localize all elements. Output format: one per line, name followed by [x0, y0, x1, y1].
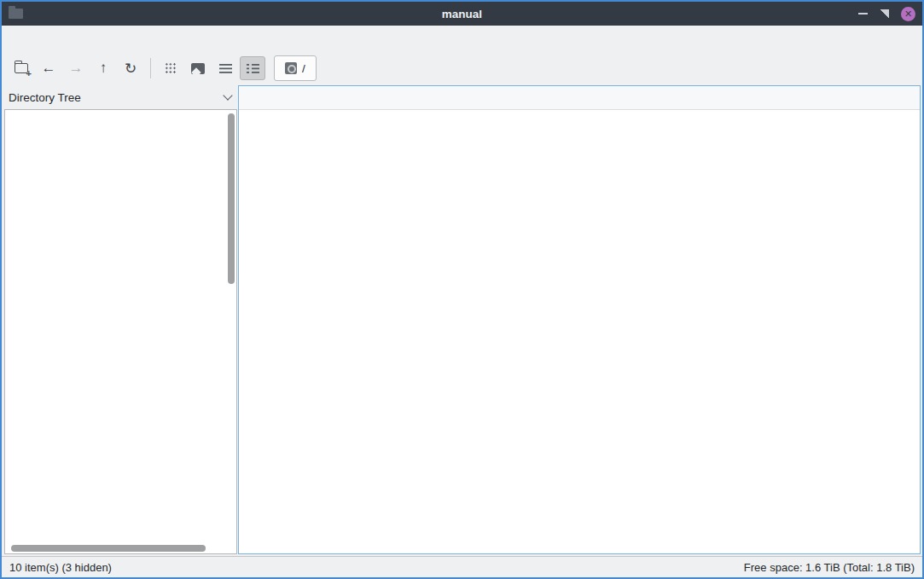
column-headers [239, 86, 920, 110]
up-button[interactable]: ↑ [90, 56, 116, 80]
maximize-button-icon[interactable] [880, 9, 889, 19]
sidebar-header-label: Directory Tree [9, 91, 81, 104]
statusbar: 10 item(s) (3 hidden) Free space: 1.6 Ti… [2, 556, 922, 577]
icon-view-button[interactable] [158, 56, 183, 80]
back-button[interactable]: ← [36, 56, 61, 80]
free-space: Free space: 1.6 TiB (Total: 1.8 TiB) [744, 561, 915, 574]
detailed-list-view-button[interactable] [240, 56, 265, 80]
icon-view-icon [165, 62, 177, 74]
menubar [2, 26, 922, 51]
thumbnail-view-icon [191, 63, 205, 74]
compact-view-icon [219, 64, 232, 73]
file-list-panel [238, 85, 921, 554]
window-app-folder-icon [9, 9, 23, 19]
thumbnail-view-button[interactable] [185, 56, 211, 80]
new-tab-button[interactable] [9, 56, 34, 80]
path-bar: / [274, 55, 317, 81]
toolbar: ← → ↑ ↻ / [2, 51, 922, 85]
compact-view-button[interactable] [212, 56, 238, 80]
close-button-icon[interactable]: ✕ [901, 7, 915, 21]
tree-vertical-scrollbar[interactable] [228, 113, 235, 284]
item-count: 10 item(s) (3 hidden) [9, 561, 112, 574]
drive-icon [285, 62, 297, 74]
forward-button[interactable]: → [63, 56, 89, 80]
directory-tree [4, 109, 237, 554]
chevron-down-icon[interactable] [223, 90, 232, 100]
new-tab-icon [15, 63, 28, 73]
path-root-label: / [302, 62, 305, 75]
sidebar: Directory Tree [2, 85, 238, 556]
file-list [239, 110, 920, 553]
detailed-list-view-icon [247, 64, 259, 73]
tree-horizontal-scrollbar[interactable] [11, 545, 206, 552]
sidebar-header[interactable]: Directory Tree [2, 85, 238, 109]
toolbar-separator [150, 58, 151, 78]
path-root-button[interactable]: / [274, 55, 317, 81]
titlebar[interactable]: manual ✕ [2, 2, 922, 26]
file-manager-window: manual ✕ ← → ↑ ↻ / Directory T [0, 0, 924, 579]
reload-button[interactable]: ↻ [118, 56, 143, 80]
minimize-button-icon[interactable] [858, 13, 868, 14]
window-title: manual [2, 8, 922, 20]
